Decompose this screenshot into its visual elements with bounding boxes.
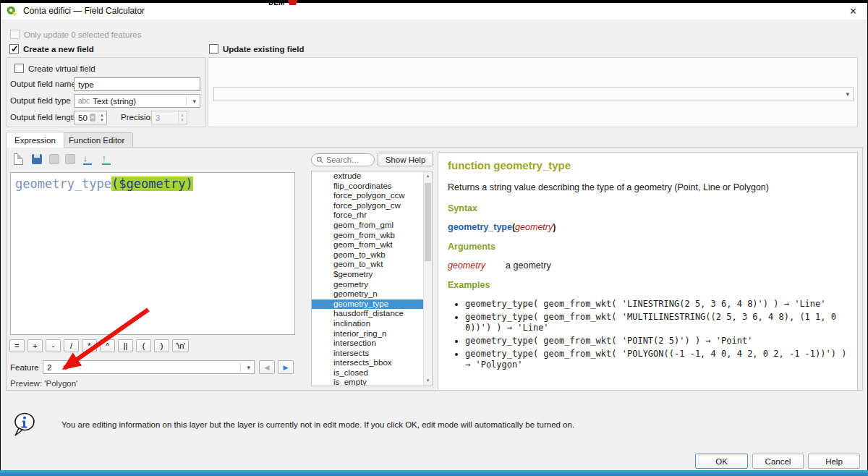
- info-icon: [11, 412, 37, 440]
- create-virtual-field-label: Create virtual field: [28, 64, 95, 73]
- function-list-item[interactable]: force_polygon_ccw: [312, 191, 432, 201]
- operator-row: =+-/*^||()'\n': [9, 339, 192, 352]
- screen: DEM Conta edifici — Field Calculator ✕ O…: [0, 0, 868, 476]
- function-list[interactable]: ▲ ▼ extrudeflip_coordinatesforce_polygon…: [311, 171, 433, 386]
- function-list-item[interactable]: $geometry: [312, 270, 432, 280]
- help-button[interactable]: Help: [808, 454, 860, 469]
- spinner-arrows: ▲▼: [178, 111, 184, 124]
- output-field-type-select[interactable]: abc Text (string) ▾: [74, 94, 200, 108]
- operator-button[interactable]: (: [136, 339, 151, 352]
- output-field-type-value: Text (string): [93, 97, 136, 106]
- prev-icon: ◀: [265, 364, 270, 371]
- function-list-item[interactable]: geom_from_wkt: [312, 240, 432, 250]
- checkbox-box: ✓: [9, 44, 19, 54]
- search-input[interactable]: [326, 156, 368, 164]
- export-expression-button[interactable]: ↑: [99, 152, 113, 166]
- operator-button[interactable]: -: [46, 339, 61, 352]
- create-virtual-field-checkbox[interactable]: Create virtual field: [14, 64, 95, 73]
- function-list-item[interactable]: geometry: [312, 280, 432, 290]
- syntax-close-paren: ): [553, 222, 556, 232]
- tab-function-editor-label: Function Editor: [69, 136, 124, 145]
- create-new-field-checkbox[interactable]: ✓ Create a new field: [9, 44, 94, 54]
- function-list-item[interactable]: inclination: [312, 319, 432, 329]
- feature-label: Feature: [10, 363, 39, 372]
- function-list-item[interactable]: interior_ring_n: [312, 329, 432, 339]
- save-expression-button[interactable]: [30, 152, 43, 166]
- delete-icon: [65, 154, 75, 164]
- operator-button[interactable]: +: [27, 339, 43, 352]
- function-list-item[interactable]: extrude: [312, 171, 432, 182]
- next-icon: ▶: [284, 364, 289, 371]
- next-feature-button[interactable]: ▶: [278, 360, 294, 374]
- output-field-length-spinner[interactable]: 50 ✕ ▲▼: [74, 111, 107, 124]
- spinner-arrows[interactable]: ▲▼: [98, 111, 104, 124]
- close-icon[interactable]: ✕: [849, 6, 857, 17]
- function-list-item[interactable]: geom_from_gml: [312, 221, 432, 231]
- operator-button[interactable]: '\n': [172, 339, 189, 352]
- operator-button[interactable]: ): [154, 339, 169, 352]
- example-item: geometry_type( geom_from_wkt( 'POINT(2 5…: [465, 336, 848, 347]
- examples-list: geometry_type( geom_from_wkt( 'LINESTRIN…: [465, 299, 848, 370]
- precision-value: 3: [154, 114, 160, 122]
- function-list-item[interactable]: geom_to_wkb: [312, 250, 432, 260]
- operator-button[interactable]: ||: [118, 339, 133, 352]
- background-text: DEM: [268, 0, 284, 7]
- tab-function-editor[interactable]: Function Editor: [60, 132, 133, 148]
- function-list-item[interactable]: flip_coordinates: [312, 182, 432, 192]
- function-list-item[interactable]: is_closed: [312, 368, 432, 378]
- function-list-item[interactable]: geometry_n: [312, 289, 432, 299]
- function-list-item[interactable]: intersects_bbox: [312, 358, 432, 368]
- checkmark-icon: ✓: [11, 44, 19, 54]
- syntax-line: geometry_type(geometry): [448, 222, 848, 232]
- spin-up-icon: ▲: [180, 113, 184, 118]
- precision-spinner: 3 ▲▼: [151, 111, 187, 124]
- operator-button[interactable]: /: [64, 339, 79, 352]
- output-field-length-label: Output field length: [10, 113, 77, 122]
- function-list-item[interactable]: hausdorff_distance: [312, 309, 432, 319]
- function-list-item[interactable]: geometry_type: [312, 299, 432, 310]
- spin-down-icon: ▼: [180, 118, 184, 123]
- scroll-down-icon[interactable]: ▼: [424, 376, 432, 386]
- edit-mode-message: You are editing information on this laye…: [61, 420, 712, 429]
- function-list-item[interactable]: intersection: [312, 339, 432, 349]
- update-existing-field-checkbox[interactable]: Update existing field: [209, 44, 304, 54]
- cancel-label: Cancel: [765, 457, 791, 466]
- new-expression-button[interactable]: [12, 152, 25, 166]
- example-item: geometry_type( geom_from_wkt( 'POLYGON((…: [465, 349, 848, 370]
- function-list-item[interactable]: intersects: [312, 349, 432, 359]
- show-help-button[interactable]: Show Help: [378, 153, 433, 166]
- operator-button[interactable]: *: [82, 339, 97, 352]
- output-field-name-input[interactable]: [74, 77, 200, 91]
- spin-up-icon[interactable]: ▲: [100, 113, 104, 118]
- help-label: Help: [825, 457, 843, 466]
- function-list-item[interactable]: force_rhr: [312, 211, 432, 221]
- dialog-body: Only update 0 selected features ✓ Create…: [1, 20, 867, 470]
- scrollbar[interactable]: ▲ ▼: [423, 171, 432, 386]
- operator-button[interactable]: =: [9, 339, 25, 352]
- feature-select[interactable]: 2 ▾: [43, 360, 255, 374]
- function-list-item[interactable]: force_polygon_cw: [312, 201, 432, 211]
- chevron-down-icon: ▾: [192, 98, 196, 105]
- scroll-up-icon[interactable]: ▲: [424, 171, 432, 181]
- function-help-pane: function geometry_type Returns a string …: [438, 152, 858, 391]
- examples-heading: Examples: [448, 280, 848, 290]
- ok-button[interactable]: OK: [695, 454, 748, 469]
- existing-field-select: ▾: [213, 87, 854, 101]
- scrollbar-thumb[interactable]: [425, 183, 431, 261]
- spin-down-icon[interactable]: ▼: [100, 118, 104, 123]
- background-window-strip: [0, 0, 868, 3]
- import-expression-button[interactable]: ↓: [80, 152, 94, 166]
- cancel-button[interactable]: Cancel: [752, 454, 804, 469]
- function-list-item[interactable]: is_empty: [312, 378, 432, 386]
- function-search[interactable]: [311, 153, 375, 166]
- create-new-field-label: Create a new field: [23, 45, 94, 54]
- preview-value: 'Polygon': [44, 379, 77, 388]
- expression-editor[interactable]: geometry_type($geometry): [10, 172, 295, 335]
- chevron-down-icon: ▾: [846, 90, 849, 98]
- operator-button[interactable]: ^: [100, 339, 115, 352]
- function-list-item[interactable]: geom_to_wkt: [312, 260, 432, 270]
- function-list-item[interactable]: geom_from_wkb: [312, 231, 432, 241]
- clear-icon[interactable]: ✕: [90, 114, 95, 122]
- output-field-name-label: Output field name: [10, 80, 76, 88]
- tab-expression[interactable]: Expression: [6, 132, 64, 148]
